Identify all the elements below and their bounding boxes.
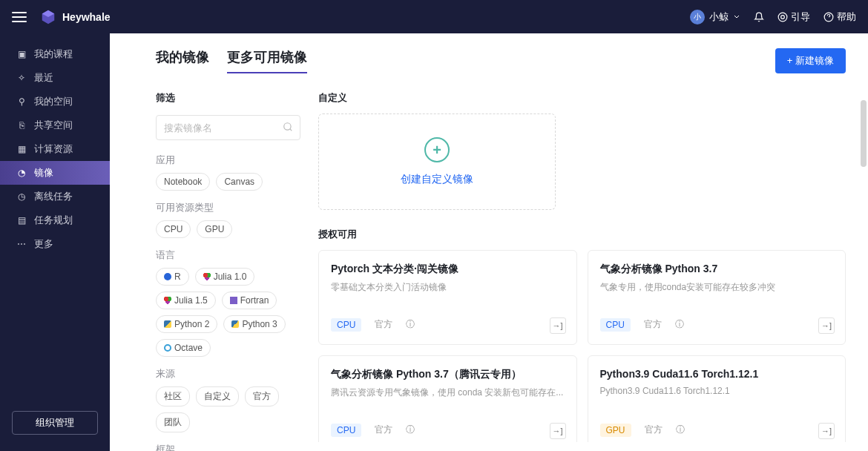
org-manage-button[interactable]: 组织管理 (12, 411, 98, 435)
guide-link[interactable]: 引导 (777, 10, 810, 24)
svg-point-1 (781, 15, 785, 19)
import-button[interactable]: →] (550, 423, 566, 439)
filter-tag[interactable]: Fortran (222, 292, 277, 309)
sidebar-item-shared[interactable]: ⎘共享空间 (0, 113, 110, 137)
svg-point-3 (284, 123, 291, 130)
share-icon: ⎘ (16, 120, 27, 131)
filter-group-resource: 可用资源类型 (156, 201, 300, 214)
section-custom: 自定义 (318, 91, 846, 105)
filter-tag[interactable]: Julia 1.5 (156, 292, 216, 309)
sidebar-item-planning[interactable]: ▤任务规划 (0, 208, 110, 232)
menu-toggle[interactable] (12, 12, 27, 22)
card-title: Pytorch 文本分类·闯关镜像 (331, 263, 565, 276)
card-desc: 气象专用，使用conda安装可能存在较多冲突 (600, 280, 834, 317)
image-card[interactable]: Pytorch 文本分类·闯关镜像 零基础文本分类入门活动镜像 CPU 官方 ⓘ… (318, 250, 577, 345)
user-menu[interactable]: 小 小鲸 (690, 10, 740, 24)
brand-name: Heywhale (62, 11, 111, 23)
julia-icon (164, 297, 171, 304)
filter-group-framework: 框架 (156, 443, 300, 451)
brand-logo[interactable]: Heywhale (40, 9, 111, 25)
chip-resource: GPU (600, 424, 631, 437)
avatar: 小 (690, 10, 705, 24)
info-icon[interactable]: ⓘ (675, 318, 684, 331)
julia-icon (203, 273, 211, 280)
card-title: Python3.9 Cuda11.6 Torch1.12.1 (600, 368, 834, 380)
chip-official: 官方 (639, 422, 668, 438)
tab-more-images[interactable]: 更多可用镜像 (227, 48, 307, 73)
card-desc: 腾讯云资源专用气象镜像，使用 conda 安装新包可能存在... (331, 386, 565, 422)
octave-icon (164, 344, 171, 352)
compute-icon: ▦ (16, 144, 27, 154)
card-desc: 零基础文本分类入门活动镜像 (331, 280, 565, 317)
more-icon: ⋯ (16, 239, 27, 249)
chip-official: 官方 (369, 422, 398, 438)
info-icon[interactable]: ⓘ (406, 424, 415, 436)
fortran-icon (230, 297, 237, 304)
chip-official: 官方 (369, 317, 398, 332)
filter-tag[interactable]: 团队 (156, 412, 190, 432)
filter-tag[interactable]: Octave (156, 339, 211, 357)
heywhale-icon (40, 9, 56, 25)
image-card[interactable]: 气象分析镜像 Python 3.7 气象专用，使用conda安装可能存在较多冲突… (588, 250, 846, 345)
info-icon[interactable]: ⓘ (676, 424, 685, 436)
python-icon (231, 320, 239, 328)
import-button[interactable]: →] (818, 423, 835, 439)
calendar-icon: ▤ (16, 215, 27, 226)
import-button[interactable]: →] (818, 317, 835, 334)
search-icon (283, 122, 293, 132)
help-link[interactable]: 帮助 (823, 10, 856, 24)
plus-icon: + (424, 137, 450, 162)
card-desc: Python3.9 Cuda11.6 Torch1.12.1 (600, 384, 834, 422)
python-icon (164, 320, 171, 328)
chip-resource: CPU (331, 318, 361, 332)
svg-point-0 (778, 13, 787, 22)
filter-tag[interactable]: GPU (197, 220, 232, 238)
offline-icon: ◷ (16, 191, 27, 202)
filter-tag[interactable]: Julia 1.0 (195, 268, 255, 286)
info-icon[interactable]: ⓘ (406, 318, 415, 331)
play-icon: ▣ (16, 49, 27, 59)
filter-tag[interactable]: Canvas (216, 173, 263, 191)
tab-my-images[interactable]: 我的镜像 (156, 48, 209, 73)
chip-official: 官方 (638, 317, 668, 332)
star-icon: ✧ (16, 73, 27, 83)
filter-tag[interactable]: 社区 (156, 386, 190, 406)
filter-tag[interactable]: CPU (156, 220, 191, 238)
filter-heading: 筛选 (156, 91, 300, 105)
filter-tag[interactable]: 官方 (245, 386, 279, 406)
filter-group-app: 应用 (156, 154, 300, 167)
new-image-button[interactable]: + 新建镜像 (775, 48, 846, 73)
search-input[interactable] (156, 115, 300, 140)
filter-tag[interactable]: R (156, 268, 189, 286)
create-custom-image[interactable]: + 创建自定义镜像 (318, 113, 556, 210)
card-title: 气象分析镜像 Python 3.7 (600, 263, 834, 276)
r-icon (164, 273, 171, 280)
chevron-down-icon (733, 13, 740, 21)
filter-group-language: 语言 (156, 248, 300, 262)
sidebar-item-more[interactable]: ⋯更多 (0, 232, 110, 256)
user-icon: ⚲ (16, 96, 27, 107)
scrollbar[interactable] (861, 100, 867, 451)
sidebar-item-courses[interactable]: ▣我的课程 (0, 42, 110, 66)
section-authorized: 授权可用 (318, 228, 846, 241)
username: 小鲸 (709, 10, 729, 24)
filter-tag[interactable]: Python 2 (156, 315, 217, 333)
sidebar-item-offline[interactable]: ◷离线任务 (0, 185, 110, 208)
filter-tag[interactable]: 自定义 (196, 386, 239, 406)
sidebar-item-compute[interactable]: ▦计算资源 (0, 137, 110, 161)
filter-tag[interactable]: Notebook (156, 173, 210, 191)
notifications-icon[interactable] (754, 12, 764, 22)
image-card[interactable]: Python3.9 Cuda11.6 Torch1.12.1 Python3.9… (588, 355, 846, 442)
filter-tag[interactable]: Python 3 (223, 315, 285, 333)
import-button[interactable]: →] (550, 317, 566, 334)
card-title: 气象分析镜像 Python 3.7（腾讯云专用） (331, 368, 565, 381)
chip-resource: CPU (331, 424, 361, 437)
image-icon: ◔ (16, 168, 27, 178)
sidebar-item-images[interactable]: ◔镜像 (0, 161, 110, 185)
sidebar-item-recent[interactable]: ✧最近 (0, 66, 110, 90)
image-card[interactable]: 气象分析镜像 Python 3.7（腾讯云专用） 腾讯云资源专用气象镜像，使用 … (318, 355, 577, 442)
chip-resource: CPU (600, 318, 631, 332)
sidebar-item-myspace[interactable]: ⚲我的空间 (0, 90, 110, 113)
filter-group-source: 来源 (156, 367, 300, 381)
